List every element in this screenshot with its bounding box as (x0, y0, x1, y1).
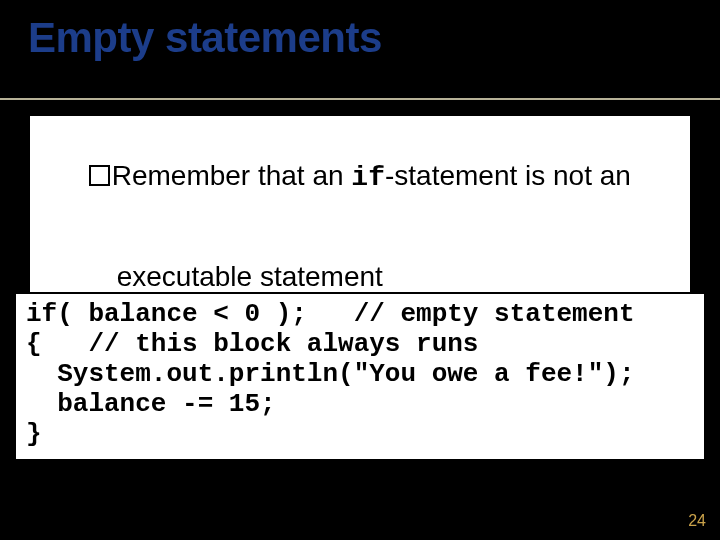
code-line-2: { // this block always runs (26, 330, 694, 360)
code-line-4: balance -= 15; (26, 390, 694, 420)
square-bullet-icon (89, 165, 110, 186)
title-divider (0, 98, 720, 100)
bullet-1-text-c: executable statement (117, 261, 383, 292)
code-line-5: } (26, 420, 694, 450)
code-line-1: if( balance < 0 ); // empty statement (26, 300, 694, 330)
bullet-1-text-b: -statement is not an (385, 160, 631, 191)
page-number: 24 (688, 512, 706, 530)
bullet-1-text-a: Remember that an (112, 160, 352, 191)
slide-title: Empty statements (28, 14, 382, 62)
code-block: if( balance < 0 ); // empty statement { … (14, 292, 706, 461)
code-line-3: System.out.println("You owe a fee!"); (26, 360, 694, 390)
slide: Empty statements Remember that an if-sta… (0, 0, 720, 540)
bullet-1-code: if (351, 162, 385, 193)
bullet-1: Remember that an if-statement is not an (42, 128, 678, 227)
